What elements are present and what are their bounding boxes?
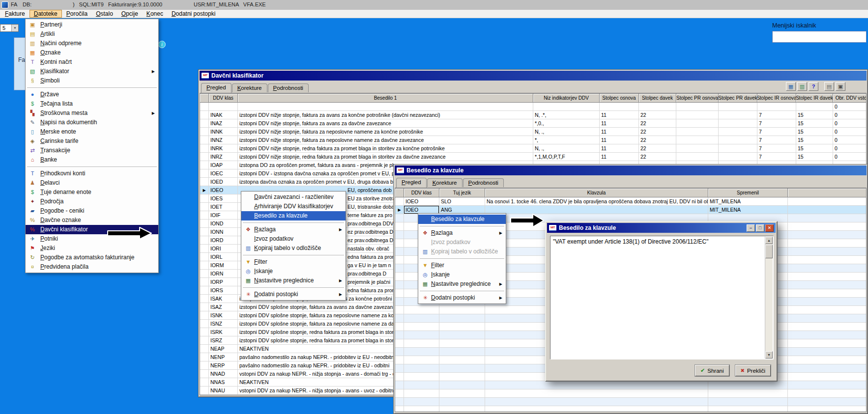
file-menu-item-stroskovna-mesta[interactable]: ▚Stroškovna mesta▶ [26, 109, 158, 118]
file-menu-item-podrocja[interactable]: ✦Področja [26, 197, 158, 206]
menubar-item-porocila[interactable]: Poročila [62, 10, 91, 18]
file-menu-item-klasifikator[interactable]: ▧Klasifikator▶ [26, 67, 158, 76]
menubar-item-ostalo[interactable]: Ostalo [92, 10, 117, 18]
file-menu-item-oznake[interactable]: ▦Oznake [26, 48, 158, 57]
column-header-tuj-jezik[interactable]: Tuj jezik [439, 189, 485, 197]
clauses-empty-row[interactable] [395, 381, 866, 389]
clauses-context-menu-item-nastavitve-preglednice[interactable]: ▦Nastavitve preglednice▶ [418, 279, 506, 289]
classifier-row[interactable]: 0 [200, 103, 866, 111]
clauses-context-menu-item-filter[interactable]: ▼Filter [418, 261, 506, 270]
clauses-context-menu-item-dodatni-postopki[interactable]: ✳Dodatni postopki▶ [418, 293, 506, 303]
column-header-stolpec-pr-osnova[interactable]: Stolpec PR osnova [676, 94, 719, 103]
file-menu-item-artikli[interactable]: ▤Artikli [26, 29, 158, 39]
classifier-context-menu-item-arhiviranje-ddv-klasifikatorjev[interactable]: Arhiviranje DDV klasifikatorjev [241, 202, 346, 211]
column-header-klavzula[interactable]: Klavzula [485, 189, 708, 197]
file-menu-item-partnerji[interactable]: ▣Partnerji [26, 20, 158, 29]
column-header-gutter[interactable] [200, 94, 209, 103]
file-menu-item-nacini-odpreme[interactable]: ▥Načini odpreme [26, 39, 158, 48]
tab-korekture[interactable]: Korekture [427, 178, 463, 187]
classifier-row-innz[interactable]: INNZizstopni DDV nižje stopnje, faktura … [200, 136, 866, 144]
cancel-button[interactable]: ✖ Prekliči [735, 365, 771, 376]
file-menu-item-predvidena-placila[interactable]: ¤Predvidena plačila [26, 262, 158, 272]
close-button[interactable]: ✕ [765, 224, 774, 232]
export-icon[interactable]: ▦ [786, 82, 796, 91]
classifier-row-inak[interactable]: INAKizstopni DDV nižje stopnje, faktura … [200, 111, 866, 119]
file-menu-item-pogodbe-ceniki[interactable]: ▰Pogodbe - ceniki [26, 206, 158, 216]
file-menu-item-napisi-na-dokumentih[interactable]: ✎Napisi na dokumentih [26, 118, 158, 127]
classifier-titlebar[interactable]: MIT Davčni klasifikator [200, 71, 867, 81]
column-header-ddv-klas[interactable]: DDV klas [209, 94, 238, 103]
classifier-context-menu-item-filter[interactable]: ▼Filter [241, 257, 346, 267]
tab-podrobnosti[interactable]: Podrobnosti [268, 83, 309, 92]
column-header-gutter[interactable] [788, 189, 867, 197]
clauses-context-menu-item-izvoz-podatkov[interactable]: Izvoz podatkov [418, 238, 506, 247]
classifier-row-inrk[interactable]: INRKizstopni DDV nižje stopnje, redna fa… [200, 144, 866, 153]
clauses-context-menu-item-razlaga[interactable]: ❖Razlaga▶ [418, 228, 506, 238]
classifier-context-menu-item-iskanje[interactable]: ◎Iskanje [241, 267, 346, 276]
column-header-stolpec-pr-davek[interactable]: Stolpec PR davek [719, 94, 757, 103]
file-menu-item-tecajna-lista[interactable]: $Tečajna lista [26, 99, 158, 109]
clauses-empty-row[interactable] [395, 398, 866, 406]
scrollbar-thumb[interactable] [765, 245, 773, 258]
grid-icon[interactable]: ▤ [824, 82, 834, 91]
clauses-context-menu-item-besedilo-za-klavzule[interactable]: Besedilo za klavzule [418, 215, 506, 224]
menubar-item-konec[interactable]: Konec [143, 10, 167, 18]
classifier-row-innk[interactable]: INNKizstopni DDV nižje stopnje, faktura … [200, 128, 866, 136]
file-menu-item-delavci[interactable]: ♟Delavci [26, 178, 158, 188]
maximize-button[interactable]: □ [756, 224, 764, 232]
column-header-ddv-klas[interactable]: DDV klas [404, 189, 439, 197]
file-menu-item-banke[interactable]: ⌂Banke [26, 155, 158, 165]
column-header-stolpec-ir-osnova[interactable]: Stolpec IR osnova [757, 94, 796, 103]
column-header-gutter[interactable] [395, 189, 404, 197]
file-menu-item-transakcije[interactable]: ⇄Transakcije [26, 146, 158, 155]
file-menu-item-davcne-oznake[interactable]: %Davčne oznake [26, 216, 158, 225]
classifier-context-menu-item-razlaga[interactable]: ❖Razlaga▶ [241, 225, 346, 234]
dialog-titlebar[interactable]: MIT Besedilo za klavzule – □ ✕ [547, 223, 776, 233]
clauses-titlebar[interactable]: MIT Besedilo za klavzule [395, 166, 867, 175]
menubar-item-fakture[interactable]: Fakture [1, 10, 29, 18]
scroll-up-icon[interactable]: ▲ [765, 237, 773, 244]
file-menu-item-kontni-nacrt[interactable]: TKontni načrt [26, 57, 158, 67]
column-header-stolpec-osnova[interactable]: Stolpec osnova [600, 94, 639, 103]
column-header-stolpec-davek[interactable]: Stolpec davek [639, 94, 676, 103]
scrollbar[interactable]: ▲ ▼ [765, 237, 773, 359]
save-button[interactable]: ✔ Shrani [695, 365, 729, 376]
file-menu-item-pogodbe-za-avtomatsko-fakturiranje[interactable]: ↻Pogodbe za avtomatsko fakturiranje [26, 253, 158, 262]
tab-korekture[interactable]: Korekture [232, 83, 267, 92]
minimize-button[interactable]: – [747, 224, 755, 232]
chevron-down-icon[interactable]: ▼ [11, 25, 18, 31]
menubar-item-datoteke[interactable]: Datoteke [29, 10, 62, 18]
clauses-row-ioeo-slo[interactable]: IOEOSLONa osnovi 1. tocke 46. clena ZDDV… [395, 197, 866, 206]
classifier-context-menu-item-dodatni-postopki[interactable]: ✳Dodatni postopki▶ [241, 290, 346, 299]
column-header-besedilo-1[interactable]: Besedilo 1 [238, 94, 533, 103]
layout-icon[interactable]: ▥ [797, 82, 807, 91]
clauses-context-menu-item-iskanje[interactable]: ◎Iskanje [418, 270, 506, 279]
clause-text-area[interactable]: "VAT exempt under Article 138(1) of Dire… [550, 236, 774, 359]
classifier-context-menu-item-besedilo-za-klavzule[interactable]: Besedilo za klavzule [241, 211, 346, 221]
file-menu-item-simboli[interactable]: §Simboli [26, 76, 158, 85]
file-menu-item-drzave[interactable]: ●Države [26, 90, 158, 99]
column-header-obr-ddv-vstop[interactable]: Obr. DDV vstop [833, 94, 867, 103]
file-menu-item-jeziki[interactable]: ⚑Jeziki [26, 244, 158, 253]
file-menu-item-tuje-denarne-enote[interactable]: $Tuje denarne enote [26, 188, 158, 197]
classifier-context-menu-item-kopiraj-tabelo-v-odlozisce[interactable]: ▥Kopiraj tabelo v odložišče [241, 244, 346, 253]
file-menu-item-merske-enote[interactable]: ▯Merske enote [26, 127, 158, 137]
help-icon[interactable]: ? [809, 82, 818, 91]
tab-podrobnosti[interactable]: Podrobnosti [463, 178, 504, 187]
classifier-row-inaz[interactable]: INAZizstopni DDV nižje stopnje, faktura … [200, 119, 866, 128]
menubar-item-opcije[interactable]: Opcije [117, 10, 142, 18]
tab-pregled[interactable]: Pregled [201, 83, 231, 93]
scroll-down-icon[interactable]: ▼ [765, 351, 773, 359]
classifier-context-menu-item-davcni-zavezanci-razclenitev[interactable]: Davčni zavezanci - razčlenitev [241, 193, 346, 202]
column-header-niz-indikatorjev-ddv[interactable]: Niz indikatorjev DDV [533, 94, 600, 103]
clauses-empty-row[interactable] [395, 406, 866, 412]
classifier-context-menu-item-nastavitve-preglednice[interactable]: ▦Nastavitve preglednice▶ [241, 276, 346, 285]
classifier-context-menu-item-izvoz-podatkov[interactable]: Izvoz podatkov [241, 234, 346, 244]
clauses-empty-row[interactable] [395, 389, 866, 398]
quick-select-combo[interactable]: 5 ▼ [0, 24, 19, 32]
classifier-row-inrz[interactable]: INRZizstopni DDV nižje stopnje, redna fa… [200, 153, 866, 161]
file-menu-item-prihodkovni-konti[interactable]: TPrihodkovni konti [26, 169, 158, 178]
menu-search-input[interactable] [772, 31, 867, 43]
clauses-context-menu-item-kopiraj-tabelo-v-odlozisce[interactable]: ▥Kopiraj tabelo v odložišče [418, 247, 506, 256]
menubar-item-dodatni-postopki[interactable]: Dodatni postopki [168, 10, 219, 18]
